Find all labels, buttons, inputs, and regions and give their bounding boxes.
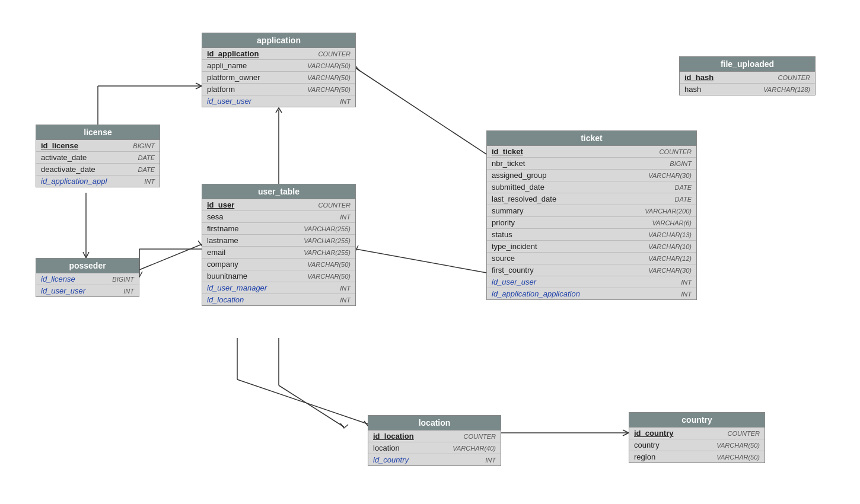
table-row: buunitnameVARCHAR(50) xyxy=(202,270,355,282)
table-location: locationid_locationCOUNTERlocationVARCHA… xyxy=(368,415,501,466)
table-row: activate_dateDATE xyxy=(36,152,160,164)
table-row: priorityVARCHAR(6) xyxy=(487,217,696,229)
table-row: summaryVARCHAR(200) xyxy=(487,205,696,217)
column-type: VARCHAR(12) xyxy=(648,255,692,262)
column-name: location xyxy=(373,444,400,452)
table-row: id_application_applicationINT xyxy=(487,288,696,299)
table-header-file_uploaded: file_uploaded xyxy=(680,57,815,72)
column-name: id_license xyxy=(41,275,75,283)
column-type: VARCHAR(50) xyxy=(307,86,351,93)
table-row: id_user_userINT xyxy=(202,95,355,107)
column-name: id_application_application xyxy=(492,289,580,298)
column-name: email xyxy=(207,248,225,257)
table-row: last_resolved_dateDATE xyxy=(487,193,696,205)
column-type: BIGINT xyxy=(112,276,134,283)
column-name: type_incident xyxy=(492,242,537,251)
table-body-user_table: id_userCOUNTERsesaINTfirstnameVARCHAR(25… xyxy=(202,199,355,305)
column-type: INT xyxy=(340,296,351,304)
table-body-posseder: id_licenseBIGINTid_user_userINT xyxy=(36,273,139,296)
table-row: id_licenseBIGINT xyxy=(36,273,139,285)
table-body-application: id_applicationCOUNTERappli_nameVARCHAR(5… xyxy=(202,48,355,107)
column-name: lastname xyxy=(207,236,238,245)
column-type: VARCHAR(50) xyxy=(307,273,351,280)
column-name: id_user_user xyxy=(207,97,251,106)
column-name: buunitname xyxy=(207,272,247,280)
table-user_table: user_tableid_userCOUNTERsesaINTfirstname… xyxy=(202,184,356,306)
table-row: sesaINT xyxy=(202,211,355,223)
column-type: INT xyxy=(681,291,692,298)
table-ticket: ticketid_ticketCOUNTERnbr_ticketBIGINTas… xyxy=(486,130,697,300)
column-name: id_user_manager xyxy=(207,283,267,292)
column-name: platform_owner xyxy=(207,73,260,82)
column-name: id_ticket xyxy=(492,147,523,156)
column-type: VARCHAR(30) xyxy=(648,172,692,179)
column-type: VARCHAR(30) xyxy=(648,267,692,274)
table-row: companyVARCHAR(50) xyxy=(202,259,355,270)
column-name: platform xyxy=(207,85,235,94)
column-type: COUNTER xyxy=(464,433,496,440)
table-row: type_incidentVARCHAR(10) xyxy=(487,241,696,253)
svg-line-13 xyxy=(139,244,202,270)
column-name: firstname xyxy=(207,224,238,233)
column-type: COUNTER xyxy=(318,50,351,58)
table-body-location: id_locationCOUNTERlocationVARCHAR(40)id_… xyxy=(368,430,501,465)
column-name: submitted_date xyxy=(492,183,544,192)
column-name: deactivate_date xyxy=(41,165,95,174)
column-name: id_country xyxy=(634,429,673,438)
column-type: VARCHAR(200) xyxy=(645,208,692,215)
column-name: id_user_user xyxy=(492,277,536,286)
table-row: emailVARCHAR(255) xyxy=(202,247,355,259)
erd-diagram: applicationid_applicationCOUNTERappli_na… xyxy=(0,0,860,504)
table-header-country: country xyxy=(629,413,765,428)
table-row: firstnameVARCHAR(255) xyxy=(202,223,355,235)
table-row: sourceVARCHAR(12) xyxy=(487,253,696,264)
column-name: summary xyxy=(492,206,523,215)
column-type: INT xyxy=(485,457,496,464)
table-header-user_table: user_table xyxy=(202,184,355,199)
column-name: assigned_group xyxy=(492,171,547,180)
table-row: assigned_groupVARCHAR(30) xyxy=(487,170,696,181)
column-type: BIGINT xyxy=(670,160,692,167)
table-row: id_countryINT xyxy=(368,454,501,465)
table-application: applicationid_applicationCOUNTERappli_na… xyxy=(202,33,356,107)
column-name: id_application xyxy=(207,49,259,58)
table-row: countryVARCHAR(50) xyxy=(629,439,765,451)
table-row: id_userCOUNTER xyxy=(202,199,355,211)
svg-line-7 xyxy=(356,249,486,273)
column-type: VARCHAR(6) xyxy=(652,219,692,227)
table-header-location: location xyxy=(368,416,501,430)
column-name: status xyxy=(492,230,512,239)
column-type: COUNTER xyxy=(318,202,351,209)
column-type: DATE xyxy=(138,154,155,161)
column-type: INT xyxy=(340,285,351,292)
table-row: id_user_userINT xyxy=(36,285,139,296)
column-name: company xyxy=(207,260,238,269)
column-type: COUNTER xyxy=(660,148,692,155)
column-name: priority xyxy=(492,218,515,227)
column-name: id_license xyxy=(41,141,78,150)
table-row: hashVARCHAR(128) xyxy=(680,84,815,95)
column-type: VARCHAR(13) xyxy=(648,231,692,238)
column-name: id_application_appl xyxy=(41,177,107,186)
table-license: licenseid_licenseBIGINTactivate_dateDATE… xyxy=(36,125,160,187)
svg-line-9 xyxy=(237,379,368,424)
table-row: nbr_ticketBIGINT xyxy=(487,158,696,170)
column-name: last_resolved_date xyxy=(492,194,556,203)
column-type: VARCHAR(50) xyxy=(307,62,351,69)
table-body-country: id_countryCOUNTERcountryVARCHAR(50)regio… xyxy=(629,428,765,462)
table-row: id_locationCOUNTER xyxy=(368,430,501,442)
svg-line-6 xyxy=(356,68,486,154)
column-type: VARCHAR(255) xyxy=(304,249,351,256)
table-row: locationVARCHAR(40) xyxy=(368,442,501,454)
table-header-ticket: ticket xyxy=(487,131,696,146)
table-row: id_hashCOUNTER xyxy=(680,72,815,84)
table-row: id_locationINT xyxy=(202,294,355,305)
table-row: deactivate_dateDATE xyxy=(36,164,160,176)
column-type: VARCHAR(50) xyxy=(716,442,760,449)
column-type: VARCHAR(255) xyxy=(304,237,351,244)
table-row: statusVARCHAR(13) xyxy=(487,229,696,241)
table-row: id_user_userINT xyxy=(487,276,696,288)
table-row: id_user_managerINT xyxy=(202,282,355,294)
column-name: activate_date xyxy=(41,153,87,162)
column-type: COUNTER xyxy=(728,430,760,437)
